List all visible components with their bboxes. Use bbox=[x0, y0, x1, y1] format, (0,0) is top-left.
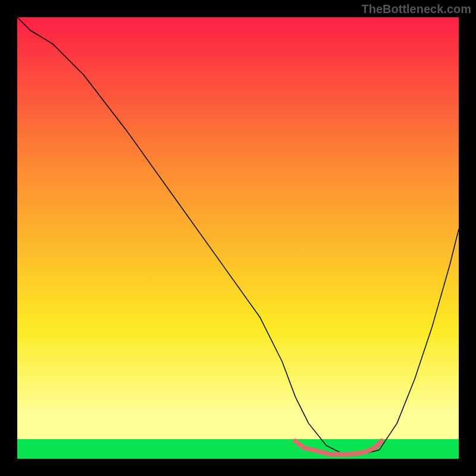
watermark-text: TheBottleneck.com bbox=[362, 2, 471, 16]
plot-area bbox=[17, 17, 459, 459]
chart-frame: TheBottleneck.com bbox=[0, 0, 476, 476]
gradient-background bbox=[17, 17, 459, 459]
chart-svg bbox=[17, 17, 459, 459]
